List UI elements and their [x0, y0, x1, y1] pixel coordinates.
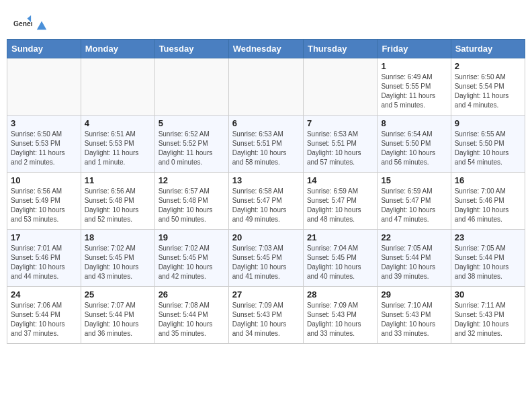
day-info: Sunrise: 7:09 AM Sunset: 5:43 PM Dayligh…	[307, 301, 373, 338]
day-info: Sunrise: 6:54 AM Sunset: 5:50 PM Dayligh…	[381, 130, 447, 167]
day-info: Sunrise: 7:02 AM Sunset: 5:45 PM Dayligh…	[159, 244, 225, 281]
day-info: Sunrise: 7:05 AM Sunset: 5:44 PM Dayligh…	[381, 244, 447, 281]
svg-marker-1	[37, 21, 46, 30]
calendar-cell: 5Sunrise: 6:52 AM Sunset: 5:52 PM Daylig…	[154, 116, 228, 173]
calendar-cell	[303, 58, 377, 116]
calendar-cell: 1Sunrise: 6:49 AM Sunset: 5:55 PM Daylig…	[378, 58, 451, 116]
weekday-thursday: Thursday	[303, 40, 377, 58]
calendar-cell: 2Sunrise: 6:50 AM Sunset: 5:54 PM Daylig…	[451, 58, 525, 116]
calendar-cell: 29Sunrise: 7:10 AM Sunset: 5:43 PM Dayli…	[378, 287, 451, 344]
calendar-table: SundayMondayTuesdayWednesdayThursdayFrid…	[7, 39, 525, 344]
day-number: 11	[85, 175, 151, 185]
day-number: 1	[381, 61, 447, 71]
calendar-cell: 22Sunrise: 7:05 AM Sunset: 5:44 PM Dayli…	[378, 230, 451, 287]
day-number: 12	[159, 175, 225, 185]
calendar-cell: 7Sunrise: 6:53 AM Sunset: 5:51 PM Daylig…	[303, 116, 377, 173]
day-info: Sunrise: 6:52 AM Sunset: 5:52 PM Dayligh…	[159, 130, 225, 167]
day-number: 17	[11, 232, 77, 242]
calendar-cell: 11Sunrise: 6:56 AM Sunset: 5:48 PM Dayli…	[81, 173, 154, 230]
calendar-cell: 17Sunrise: 7:01 AM Sunset: 5:46 PM Dayli…	[7, 230, 81, 287]
day-number: 21	[307, 232, 373, 242]
calendar-cell: 14Sunrise: 6:59 AM Sunset: 5:47 PM Dayli…	[303, 173, 377, 230]
logo: General	[13, 13, 48, 32]
week-row-5: 24Sunrise: 7:06 AM Sunset: 5:44 PM Dayli…	[7, 287, 525, 344]
day-number: 19	[159, 232, 225, 242]
day-info: Sunrise: 7:06 AM Sunset: 5:44 PM Dayligh…	[11, 301, 77, 338]
day-number: 2	[455, 61, 521, 71]
day-info: Sunrise: 7:09 AM Sunset: 5:43 PM Dayligh…	[232, 301, 300, 338]
weekday-friday: Friday	[378, 40, 451, 58]
calendar-cell: 6Sunrise: 6:53 AM Sunset: 5:51 PM Daylig…	[228, 116, 303, 173]
day-info: Sunrise: 6:53 AM Sunset: 5:51 PM Dayligh…	[307, 130, 373, 167]
day-number: 14	[307, 175, 373, 185]
day-number: 18	[85, 232, 151, 242]
weekday-sunday: Sunday	[7, 40, 81, 58]
day-number: 13	[232, 175, 300, 185]
weekday-header-row: SundayMondayTuesdayWednesdayThursdayFrid…	[7, 40, 525, 58]
day-number: 7	[307, 118, 373, 128]
calendar-cell: 3Sunrise: 6:50 AM Sunset: 5:53 PM Daylig…	[7, 116, 81, 173]
day-info: Sunrise: 6:51 AM Sunset: 5:53 PM Dayligh…	[85, 130, 151, 167]
day-info: Sunrise: 6:56 AM Sunset: 5:48 PM Dayligh…	[85, 187, 151, 224]
calendar-cell: 16Sunrise: 7:00 AM Sunset: 5:46 PM Dayli…	[451, 173, 525, 230]
week-row-1: 1Sunrise: 6:49 AM Sunset: 5:55 PM Daylig…	[7, 58, 525, 116]
calendar-cell: 26Sunrise: 7:08 AM Sunset: 5:44 PM Dayli…	[154, 287, 228, 344]
calendar-cell: 4Sunrise: 6:51 AM Sunset: 5:53 PM Daylig…	[81, 116, 154, 173]
day-info: Sunrise: 7:10 AM Sunset: 5:43 PM Dayligh…	[381, 301, 447, 338]
calendar-cell: 18Sunrise: 7:02 AM Sunset: 5:45 PM Dayli…	[81, 230, 154, 287]
weekday-saturday: Saturday	[451, 40, 525, 58]
day-info: Sunrise: 7:04 AM Sunset: 5:45 PM Dayligh…	[307, 244, 373, 281]
day-number: 15	[381, 175, 447, 185]
day-number: 4	[85, 118, 151, 128]
week-row-4: 17Sunrise: 7:01 AM Sunset: 5:46 PM Dayli…	[7, 230, 525, 287]
day-number: 26	[159, 289, 225, 300]
calendar-cell: 10Sunrise: 6:56 AM Sunset: 5:49 PM Dayli…	[7, 173, 81, 230]
day-number: 30	[455, 289, 521, 300]
weekday-wednesday: Wednesday	[228, 40, 303, 58]
calendar-cell: 30Sunrise: 7:11 AM Sunset: 5:43 PM Dayli…	[451, 287, 525, 344]
day-number: 10	[11, 175, 77, 185]
calendar-cell: 20Sunrise: 7:03 AM Sunset: 5:45 PM Dayli…	[228, 230, 303, 287]
calendar-cell: 15Sunrise: 6:59 AM Sunset: 5:47 PM Dayli…	[378, 173, 451, 230]
day-info: Sunrise: 7:00 AM Sunset: 5:46 PM Dayligh…	[455, 187, 521, 224]
day-number: 20	[232, 232, 300, 242]
calendar-cell	[81, 58, 154, 116]
week-row-3: 10Sunrise: 6:56 AM Sunset: 5:49 PM Dayli…	[7, 173, 525, 230]
calendar-cell: 8Sunrise: 6:54 AM Sunset: 5:50 PM Daylig…	[378, 116, 451, 173]
day-info: Sunrise: 7:01 AM Sunset: 5:46 PM Dayligh…	[11, 244, 77, 281]
day-info: Sunrise: 7:11 AM Sunset: 5:43 PM Dayligh…	[455, 301, 521, 338]
day-info: Sunrise: 7:07 AM Sunset: 5:44 PM Dayligh…	[85, 301, 151, 338]
day-info: Sunrise: 6:56 AM Sunset: 5:49 PM Dayligh…	[11, 187, 77, 224]
day-number: 6	[232, 118, 300, 128]
day-number: 24	[11, 289, 77, 300]
day-info: Sunrise: 6:50 AM Sunset: 5:54 PM Dayligh…	[455, 73, 521, 110]
day-info: Sunrise: 7:08 AM Sunset: 5:44 PM Dayligh…	[159, 301, 225, 338]
calendar-cell: 28Sunrise: 7:09 AM Sunset: 5:43 PM Dayli…	[303, 287, 377, 344]
day-info: Sunrise: 6:53 AM Sunset: 5:51 PM Dayligh…	[232, 130, 300, 167]
day-number: 16	[455, 175, 521, 185]
calendar-cell	[154, 58, 228, 116]
day-info: Sunrise: 6:59 AM Sunset: 5:47 PM Dayligh…	[307, 187, 373, 224]
calendar-cell: 23Sunrise: 7:05 AM Sunset: 5:44 PM Dayli…	[451, 230, 525, 287]
day-number: 27	[232, 289, 300, 300]
day-number: 28	[307, 289, 373, 300]
weekday-tuesday: Tuesday	[154, 40, 228, 58]
calendar-cell: 27Sunrise: 7:09 AM Sunset: 5:43 PM Dayli…	[228, 287, 303, 344]
day-info: Sunrise: 7:02 AM Sunset: 5:45 PM Dayligh…	[85, 244, 151, 281]
calendar-cell	[228, 58, 303, 116]
day-number: 22	[381, 232, 447, 242]
day-info: Sunrise: 6:49 AM Sunset: 5:55 PM Dayligh…	[381, 73, 447, 110]
logo-triangle-icon	[36, 19, 48, 31]
calendar-cell: 21Sunrise: 7:04 AM Sunset: 5:45 PM Dayli…	[303, 230, 377, 287]
day-info: Sunrise: 6:55 AM Sunset: 5:50 PM Dayligh…	[455, 130, 521, 167]
calendar-cell	[7, 58, 81, 116]
calendar-cell: 25Sunrise: 7:07 AM Sunset: 5:44 PM Dayli…	[81, 287, 154, 344]
day-info: Sunrise: 6:57 AM Sunset: 5:48 PM Dayligh…	[159, 187, 225, 224]
calendar-cell: 13Sunrise: 6:58 AM Sunset: 5:47 PM Dayli…	[228, 173, 303, 230]
page-header: General	[7, 7, 525, 36]
calendar-cell: 24Sunrise: 7:06 AM Sunset: 5:44 PM Dayli…	[7, 287, 81, 344]
day-number: 9	[455, 118, 521, 128]
svg-text:General: General	[13, 20, 32, 28]
day-number: 5	[159, 118, 225, 128]
day-info: Sunrise: 7:05 AM Sunset: 5:44 PM Dayligh…	[455, 244, 521, 281]
